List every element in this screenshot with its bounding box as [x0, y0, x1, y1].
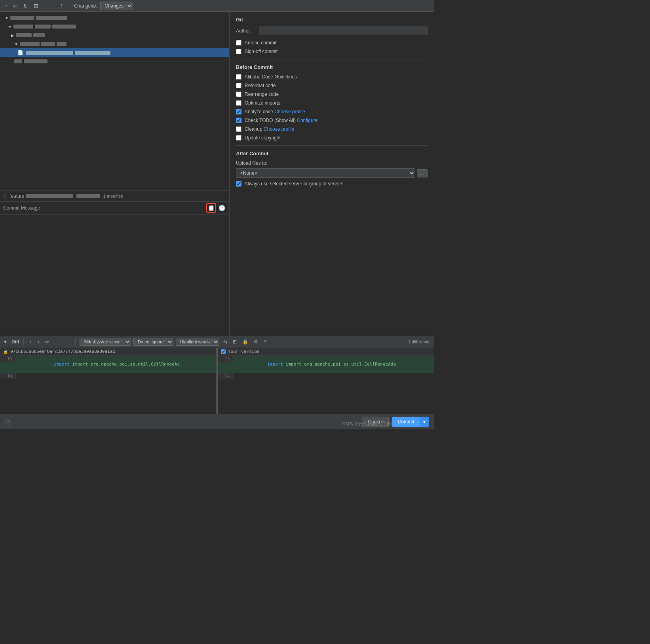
commit-message-textarea[interactable]	[0, 215, 229, 336]
file-tree[interactable]: ▼ ▼ ▶ ▼	[0, 12, 229, 190]
left-panel: ▼ ▼ ▶ ▼	[0, 12, 230, 336]
optimize-checkbox[interactable]	[236, 100, 241, 106]
layout-button[interactable]: ⊞	[32, 2, 40, 10]
diff-settings-button[interactable]: ⚙	[252, 338, 260, 345]
line-content-13-left: +import import org.apache.poi.ss.util.Ce…	[16, 356, 216, 373]
diff-viewer-select[interactable]: Side-by-side viewer	[80, 338, 131, 346]
expand-icon-3: ▶	[11, 33, 14, 38]
line-num-14-right: 14	[218, 373, 234, 379]
configure-link[interactable]: Configure	[297, 118, 317, 123]
commit-button-group: Commit ▼	[392, 417, 429, 427]
author-row: Author:	[236, 27, 428, 35]
list-view-button[interactable]: ≡	[48, 2, 55, 10]
redo-button[interactable]: ↻	[22, 2, 30, 10]
diff-line-14-right: 14	[218, 373, 434, 379]
diff-line-14-left: 14	[0, 373, 216, 379]
rearrange-checkbox[interactable]	[236, 91, 241, 97]
tree-view-button[interactable]: ⋮	[57, 2, 66, 10]
analyze-checkbox[interactable]	[236, 109, 241, 114]
always-use-servers-checkbox[interactable]	[236, 181, 241, 187]
reformat-label: Reformat code	[245, 83, 276, 88]
diff-down-button[interactable]: ↓	[36, 338, 41, 345]
your-version-checkbox[interactable]	[221, 349, 226, 354]
diff-sep-1	[23, 338, 24, 345]
modified-badge: 1 modified	[103, 194, 124, 198]
cleanup-checkbox[interactable]	[236, 126, 241, 132]
diff-help-button[interactable]: ?	[262, 338, 268, 345]
undo-button[interactable]: ↩	[11, 2, 19, 10]
alibaba-checkbox[interactable]	[236, 74, 241, 80]
cleanup-label: Cleanup Choose profile	[245, 126, 294, 132]
rearrange-code-row: Rearrange code	[236, 91, 428, 97]
reformat-checkbox[interactable]	[236, 83, 241, 88]
alibaba-label: Alibaba Code Guidelines	[245, 74, 297, 80]
cleanup-row: Cleanup Choose profile	[236, 126, 428, 132]
optimize-imports-row: Optimize imports	[236, 100, 428, 106]
diff-highlight-select[interactable]: Highlight words	[176, 338, 219, 346]
optimize-label: Optimize imports	[245, 100, 280, 106]
diff-edit-button[interactable]: ✏	[44, 338, 51, 345]
check-todo-label: Check TODO (Show All) Configure	[245, 118, 317, 123]
main-toolbar: ↑ ↩ ↻ ⊞ ≡ ⋮ Changelist: Changes	[0, 0, 434, 12]
tree-item-4[interactable]: ▼	[0, 40, 229, 48]
diff-right-button[interactable]: →	[63, 338, 71, 345]
back-button[interactable]: ↑	[3, 2, 9, 10]
git-section-title: Git	[236, 17, 428, 23]
expand-icon-2: ▼	[8, 25, 12, 29]
upload-files-label: Upload files to:	[236, 160, 428, 166]
line-num-14-left: 14	[0, 373, 16, 379]
diff-line-13-right: 13 import import org.apache.poi.ss.util.…	[218, 356, 434, 373]
your-version-label: Your version	[228, 349, 259, 354]
diff-line-13-left: 13 +import import org.apache.poi.ss.util…	[0, 356, 216, 373]
expand-icon-4: ▼	[14, 42, 18, 46]
diff-title: Diff	[11, 339, 19, 345]
diff-section: ▼ Diff ↑ ↓ ✏ ← → Side-by-side viewer Do …	[0, 336, 434, 415]
alibaba-code-row: Alibaba Code Guidelines	[236, 74, 428, 80]
cancel-button[interactable]: Cancel	[362, 417, 388, 427]
amend-commit-label: Amend commit	[245, 40, 276, 46]
always-use-servers-label: Always use selected server or group of s…	[245, 181, 343, 187]
help-icon[interactable]: ?	[4, 419, 11, 426]
diff-left-button[interactable]: ←	[53, 338, 61, 345]
diff-columns-button[interactable]: ⊞	[231, 338, 238, 345]
tree-item-1[interactable]: ▼	[0, 13, 229, 22]
branch-name: feature	[10, 193, 73, 199]
tree-item-5-selected[interactable]: 📄	[0, 48, 229, 57]
upload-more-button[interactable]: …	[417, 169, 428, 177]
author-label: Author:	[236, 28, 256, 34]
diff-right-header: Your version	[218, 348, 434, 356]
tree-item-2[interactable]: ▼	[0, 22, 229, 31]
tree-item-3[interactable]: ▶	[0, 31, 229, 40]
separator-1	[44, 2, 44, 10]
check-todo-checkbox[interactable]	[236, 118, 241, 123]
author-input[interactable]	[259, 27, 428, 35]
line-num-13-left: 13	[0, 356, 16, 362]
upload-select[interactable]: <None>	[236, 168, 415, 178]
commit-template-button[interactable]: 📋	[206, 203, 216, 213]
amend-commit-row: Amend commit	[236, 40, 428, 46]
commit-arrow-button[interactable]: ▼	[420, 417, 429, 427]
diff-count: 1 difference	[408, 339, 431, 344]
right-panel: Git Author: Amend commit Sign-off commit…	[230, 12, 434, 336]
line-num-13-right: 13	[218, 356, 234, 362]
after-commit-title: After Commit	[236, 151, 428, 156]
diff-ignore-select[interactable]: Do not ignore	[133, 338, 173, 346]
after-commit-section: After Commit Upload files to: <None> … A…	[236, 151, 428, 187]
diff-right-lines: 13 import import org.apache.poi.ss.util.…	[218, 356, 434, 415]
amend-commit-checkbox[interactable]	[236, 40, 241, 46]
commit-history-button[interactable]: 🕐	[218, 204, 226, 212]
changelist-select[interactable]: Changes	[100, 2, 133, 10]
rearrange-label: Rearrange code	[245, 91, 279, 97]
cleanup-profile-link[interactable]: Choose profile	[264, 126, 294, 132]
analyze-label: Analyze code Choose profile	[245, 109, 305, 114]
diff-sep-2	[75, 338, 76, 345]
copyright-checkbox[interactable]	[236, 135, 241, 141]
tree-item-6[interactable]	[0, 57, 229, 66]
signoff-commit-checkbox[interactable]	[236, 49, 241, 54]
diff-up-button[interactable]: ↑	[28, 338, 33, 345]
always-use-servers-row: Always use selected server or group of s…	[236, 181, 428, 187]
diff-lock-button[interactable]: 🔒	[241, 338, 250, 345]
commit-button[interactable]: Commit	[392, 417, 420, 427]
diff-sync-button[interactable]: ⇆	[222, 338, 229, 345]
analyze-profile-link[interactable]: Choose profile	[274, 109, 305, 114]
